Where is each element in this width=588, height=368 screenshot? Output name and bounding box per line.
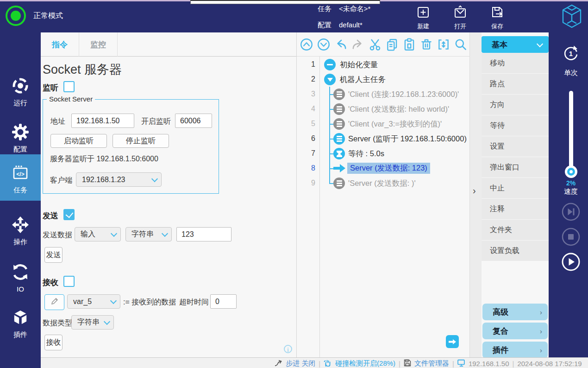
program-tree-panel: 1 初始化变量 2 机器人主任务 3 'Client (连接:192.168.1…	[297, 32, 469, 357]
redo-icon[interactable]	[351, 38, 365, 51]
tree-row[interactable]: 6 Server (监听于 192.168.1.50:6000)	[297, 132, 469, 146]
tree-row[interactable]: 4 'Client (发送数据: hello world)'	[297, 102, 469, 117]
open-task-button[interactable]: 打开	[445, 5, 475, 31]
assign-text: := 接收到的数据	[123, 298, 176, 307]
category-group-composite[interactable]: 复合›	[482, 323, 548, 339]
tree-row[interactable]: 7 等待 : 5.0s	[297, 146, 469, 161]
new-task-button[interactable]: 新建	[408, 5, 438, 31]
task-name: <未命名>*	[339, 4, 370, 13]
category-header-label: 基本	[492, 39, 507, 50]
tree-row-selected[interactable]: 8 Server (发送数据: 123)	[297, 161, 469, 176]
stop-button[interactable]	[562, 228, 580, 246]
line-number: 5	[297, 120, 315, 128]
step-forward-button[interactable]	[562, 203, 580, 221]
datatype-select[interactable]: 字符串	[71, 315, 114, 330]
save-task-button[interactable]: 保存	[482, 5, 512, 31]
edit-variable-button[interactable]	[44, 294, 64, 310]
category-item-move[interactable]: 移动	[482, 53, 549, 73]
tree-row[interactable]: 2 机器人主任务	[297, 72, 469, 87]
tree-row-text[interactable]: 'Client (var_3:=接收到的值)'	[348, 119, 442, 129]
sidebar-item-io[interactable]: IO	[0, 263, 41, 293]
tree-row-text[interactable]: 等待 : 5.0s	[348, 149, 384, 159]
category-item-payload[interactable]: 设置负载	[482, 241, 549, 261]
sidebar-item-run[interactable]: 运行	[0, 76, 41, 108]
move-down-icon[interactable]	[317, 38, 331, 51]
stop-listen-button[interactable]: 停止监听	[113, 134, 169, 148]
tree-row[interactable]: 1 初始化变量	[297, 57, 469, 72]
undo-icon[interactable]	[334, 38, 348, 51]
move-up-icon[interactable]	[300, 38, 313, 51]
category-item-set[interactable]: 设置	[482, 136, 549, 157]
delete-icon[interactable]	[419, 38, 433, 51]
tree-row-text[interactable]: 'Client (连接:192.168.1.23:6000)'	[348, 89, 459, 100]
tree-row[interactable]: 5 'Client (var_3:=接收到的值)'	[297, 117, 469, 132]
sidebar-label-config: 配置	[0, 145, 41, 154]
listen-checkbox[interactable]	[63, 81, 75, 92]
client-select[interactable]: 192.168.1.23	[76, 172, 162, 187]
file-manager-icon	[404, 359, 411, 368]
category-header-basic[interactable]: 基本	[482, 36, 549, 53]
receive-variable-select[interactable]: var_5	[67, 294, 120, 309]
tree-row-text[interactable]: 机器人主任务	[340, 75, 386, 85]
background-window-edge	[190, 0, 380, 4]
search-icon[interactable]	[454, 38, 468, 51]
timeout-input[interactable]	[210, 294, 237, 309]
tree-row[interactable]: 3 'Client (连接:192.168.1.23:6000)'	[297, 87, 469, 102]
loop-once-icon[interactable]: 1	[562, 44, 580, 64]
category-item-folder[interactable]: 文件夹	[482, 220, 549, 240]
category-item-abort[interactable]: 中止	[482, 178, 549, 198]
tree-row-text[interactable]: Server (监听于 192.168.1.50:6000)	[348, 134, 467, 144]
sidebar-item-task[interactable]: </> 任务	[0, 164, 41, 195]
receive-checkbox[interactable]	[63, 276, 75, 287]
tree-row-text[interactable]: 'Server (发送数据: )'	[348, 178, 416, 189]
category-item-popup[interactable]: 弹出窗口	[482, 157, 549, 178]
send-payload-input[interactable]	[176, 227, 231, 241]
category-item-wait[interactable]: 等待	[482, 115, 549, 136]
network-monitor-icon	[457, 359, 465, 368]
tab-instruction[interactable]: 指令	[41, 32, 79, 57]
speed-slider-thumb[interactable]	[565, 165, 577, 178]
status-bar: 步进 关闭 | 碰撞检测开启(28%) | 文件管理器 | 192.168.1.…	[41, 357, 588, 368]
separator: |	[452, 360, 454, 368]
address-input[interactable]	[71, 114, 134, 128]
category-item-waypoint[interactable]: 路点	[482, 74, 549, 94]
send-source-select[interactable]: 输入	[75, 227, 121, 241]
send-button[interactable]: 发送	[44, 247, 63, 263]
tree-row-text[interactable]: Server (发送数据: 123)	[347, 163, 430, 174]
file-manager-link[interactable]: 文件管理器	[414, 359, 449, 368]
send-type-select[interactable]: 字符串	[125, 227, 172, 241]
insert-icon[interactable]	[437, 38, 450, 51]
jump-to-current-button[interactable]	[446, 335, 459, 348]
tree-row-text[interactable]: 初始化变量	[340, 60, 378, 70]
minus-circle-icon[interactable]	[324, 59, 336, 70]
paste-icon[interactable]	[402, 38, 416, 51]
expand-chevron-icon[interactable]: ›	[473, 185, 476, 196]
sidebar-label-run: 运行	[0, 99, 41, 108]
instruction-category-panel: 基本 移动 路点 方向 等待 设置 弹出窗口 中止 注释 文件夹 设置负载 高级…	[482, 32, 549, 357]
category-group-advanced[interactable]: 高级›	[482, 304, 548, 320]
chevron-right-icon: ›	[540, 346, 542, 354]
collision-status[interactable]: 碰撞检测开启(28%)	[335, 359, 395, 368]
play-button[interactable]	[562, 253, 580, 271]
send-checkbox[interactable]	[63, 209, 75, 220]
copy-icon[interactable]	[385, 38, 399, 51]
speed-slider-track[interactable]	[569, 91, 573, 175]
category-item-direction[interactable]: 方向	[482, 95, 549, 115]
tree-row-text[interactable]: 'Client (发送数据: hello world)'	[348, 104, 449, 114]
sidebar-item-plugin[interactable]: 插件	[0, 308, 41, 339]
step-mode-status[interactable]: 步进 关闭	[286, 359, 315, 368]
info-icon[interactable]: i	[284, 345, 292, 353]
panel-collapse-strip[interactable]: ›	[469, 32, 482, 357]
sidebar-item-operate[interactable]: 操作	[0, 216, 41, 247]
category-group-plugin[interactable]: 插件›	[482, 342, 548, 358]
category-item-comment[interactable]: 注释	[482, 199, 549, 219]
config-name: default*	[339, 20, 363, 29]
sidebar-item-config[interactable]: 配置	[0, 123, 41, 154]
port-input[interactable]	[175, 114, 212, 128]
collapse-circle-icon[interactable]	[324, 74, 336, 85]
tab-monitor[interactable]: 监控	[79, 32, 118, 57]
start-listen-button[interactable]: 启动监听	[50, 134, 107, 148]
tree-row[interactable]: 9 'Server (发送数据: )'	[297, 176, 469, 191]
cut-icon[interactable]	[368, 38, 382, 51]
receive-button[interactable]: 接收	[44, 335, 63, 350]
